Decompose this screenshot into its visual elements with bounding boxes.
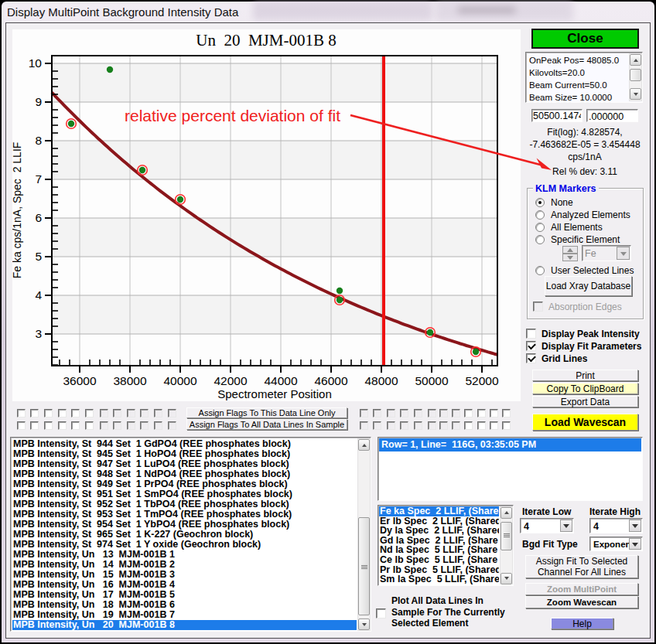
svg-text:3: 3 <box>35 327 42 340</box>
svg-text:6: 6 <box>35 211 42 224</box>
svg-text:40000: 40000 <box>163 374 196 387</box>
svg-text:42000: 42000 <box>214 374 247 387</box>
svg-text:52000: 52000 <box>465 374 498 387</box>
svg-text:8: 8 <box>35 134 42 147</box>
svg-text:5: 5 <box>35 250 42 263</box>
svg-text:7: 7 <box>35 172 42 186</box>
svg-text:Spectrometer Position: Spectrometer Position <box>217 387 332 400</box>
svg-text:50000: 50000 <box>415 374 448 387</box>
svg-text:10: 10 <box>29 56 43 70</box>
svg-text:9: 9 <box>35 95 42 108</box>
svg-text:4: 4 <box>35 288 42 302</box>
svg-text:44000: 44000 <box>264 374 297 387</box>
svg-text:46000: 46000 <box>314 374 347 387</box>
svg-text:36000: 36000 <box>63 374 96 387</box>
svg-text:Un 20 MJM-001B 8: Un 20 MJM-001B 8 <box>196 31 336 49</box>
svg-text:Fe ka cps/1nA, Spec 2 LLIF: Fe ka cps/1nA, Spec 2 LLIF <box>12 142 23 279</box>
svg-text:48000: 48000 <box>364 374 398 387</box>
svg-text:38000: 38000 <box>113 374 146 387</box>
